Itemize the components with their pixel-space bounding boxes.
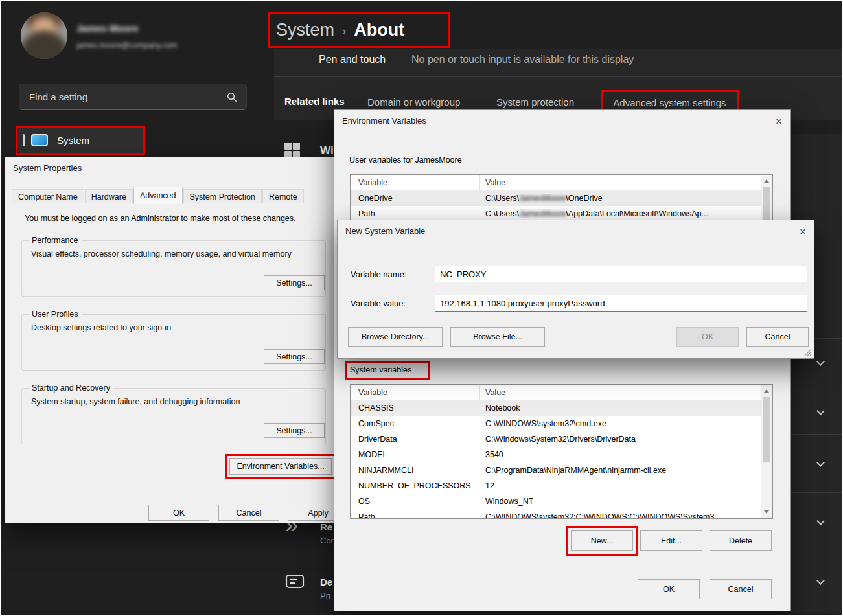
link-domain-or-workgroup[interactable]: Domain or workgroup (367, 97, 460, 108)
user-profiles-settings-button[interactable]: Settings... (264, 349, 325, 364)
value-cell: C:\WINDOWS\system32\cmd.exe (480, 419, 606, 428)
sidebar-item-system[interactable]: System (17, 128, 143, 153)
close-icon[interactable]: × (794, 223, 812, 240)
variable-cell: CHASSIS (351, 404, 480, 413)
value-cell: C:\WINDOWS\system32;C:\WINDOWS;C:\WINDOW… (480, 512, 721, 519)
delete-button[interactable]: Delete (710, 530, 772, 551)
value-blurred: JamesMoore (519, 194, 566, 203)
value-prefix: C:\Users\ (485, 194, 519, 203)
ok-button-disabled[interactable]: OK (676, 327, 739, 347)
value-cell: C:\Users\JamesMoore\OneDrive (480, 194, 603, 203)
search-input[interactable] (19, 91, 227, 102)
annotation-breadcrumb: System › About (268, 12, 450, 48)
cancel-button[interactable]: Cancel (218, 505, 279, 521)
startup-recovery-settings-button[interactable]: Settings... (264, 423, 325, 438)
user-email: james.moore@company.com (76, 41, 177, 50)
variable-value-input[interactable] (435, 295, 807, 312)
variable-value-label: Variable value: (351, 299, 406, 308)
windows-settings-screenshot: James Moore james.moore@company.com Syst… (0, 0, 843, 616)
user-variables-label: User variables for JamesMoore (349, 155, 462, 165)
system-properties-dialog: System Properties Computer Name Hardware… (5, 157, 336, 523)
tab-advanced[interactable]: Advanced (133, 187, 183, 204)
windows-logo-icon (284, 143, 300, 158)
tab-strip: Computer Name Hardware Advanced System P… (12, 187, 305, 203)
variable-name-label: Variable name: (351, 269, 406, 279)
column-header-value[interactable]: Value (480, 175, 505, 190)
env-system-row[interactable]: ComSpec C:\WINDOWS\system32\cmd.exe (351, 416, 772, 431)
scroll-up-icon[interactable] (764, 389, 769, 393)
new-button[interactable]: New... (571, 530, 633, 551)
annotation-system-item: System (16, 126, 145, 155)
env-system-row[interactable]: NUMBER_OF_PROCESSORS 12 (351, 478, 772, 494)
column-header-variable[interactable]: Variable (351, 175, 480, 190)
variable-cell: ComSpec (351, 419, 480, 428)
scrollbar[interactable] (761, 385, 772, 518)
scroll-thumb[interactable] (763, 187, 770, 221)
tab-remote[interactable]: Remote (262, 189, 304, 203)
dialog-title: Environment Variables (342, 116, 426, 126)
value-cell: C:\Windows\System32\Drivers\DriverData (480, 435, 636, 444)
env-system-row[interactable]: NINJARMMCLI C:\ProgramData\NinjaRMMAgent… (351, 462, 772, 478)
scroll-down-icon[interactable] (764, 510, 769, 514)
group-title: Performance (29, 236, 82, 245)
scroll-up-icon[interactable] (764, 179, 769, 183)
cancel-button[interactable]: Cancel (710, 579, 772, 599)
dialog-title: New System Variable (345, 226, 425, 236)
card-divider (274, 76, 843, 77)
value-cell: C:\ProgramData\NinjaRMMAgent\ninjarmm-cl… (480, 466, 666, 475)
close-icon[interactable]: × (770, 113, 788, 130)
env-system-row[interactable]: OS Windows_NT (351, 494, 772, 509)
tab-computer-name[interactable]: Computer Name (12, 189, 84, 203)
related-links-label: Related links (284, 96, 345, 107)
env-system-row[interactable]: Path C:\WINDOWS\system32;C:\WINDOWS;C:\W… (351, 509, 772, 519)
avatar[interactable] (21, 12, 67, 59)
tab-hardware[interactable]: Hardware (85, 189, 133, 203)
search-box[interactable] (19, 84, 247, 110)
group-title: Startup and Recovery (29, 383, 113, 393)
env-system-row[interactable]: CHASSIS Notebook (351, 400, 772, 416)
user-profiles-group: User Profiles Desktop settings related t… (21, 314, 326, 371)
search-icon[interactable] (227, 92, 237, 102)
group-description: Desktop settings related to your sign-in (31, 323, 171, 332)
link-advanced-system-settings[interactable]: Advanced system settings (613, 97, 726, 108)
system-monitor-icon (31, 134, 48, 146)
env-user-row[interactable]: OneDrive C:\Users\JamesMoore\OneDrive (351, 190, 772, 206)
column-header-value[interactable]: Value (480, 385, 505, 400)
cancel-button[interactable]: Cancel (746, 327, 809, 347)
breadcrumb-separator-icon: › (342, 24, 346, 38)
strip-divider (791, 434, 843, 435)
column-header-variable[interactable]: Variable (351, 385, 480, 400)
ok-button[interactable]: OK (638, 579, 700, 599)
value-blurred: JamesMoore (519, 209, 566, 218)
performance-settings-button[interactable]: Settings... (264, 275, 325, 290)
environment-variables-button[interactable]: Environment Variables... (229, 458, 332, 475)
background-card-strip (791, 134, 843, 613)
settings-row-subtitle-fragment: Pri (320, 591, 330, 600)
variable-name-input[interactable] (435, 266, 807, 282)
env-system-row[interactable]: DriverData C:\Windows\System32\Drivers\D… (351, 431, 772, 447)
new-system-variable-dialog: New System Variable × Variable name: Var… (337, 220, 814, 359)
browse-file-button[interactable]: Browse File... (450, 327, 545, 347)
dialog-title: System Properties (13, 163, 82, 173)
strip-divider (791, 551, 843, 551)
tab-system-protection[interactable]: System Protection (183, 189, 262, 203)
sidebar-item-label: System (57, 135, 89, 146)
edit-button[interactable]: Edit... (640, 530, 702, 551)
variable-cell: NUMBER_OF_PROCESSORS (351, 481, 480, 490)
breadcrumb-parent[interactable]: System (276, 20, 334, 40)
link-system-protection[interactable]: System protection (496, 97, 574, 108)
value-prefix: C:\Users\ (485, 209, 519, 218)
group-title: User Profiles (29, 310, 82, 319)
system-variables-table: Variable Value CHASSIS Notebook ComSpec … (350, 384, 773, 519)
env-system-row[interactable]: MODEL 3540 (351, 447, 772, 462)
strip-divider (791, 389, 843, 389)
group-description: System startup, system failure, and debu… (31, 397, 240, 406)
ok-button[interactable]: OK (148, 505, 209, 521)
selection-indicator (23, 134, 25, 146)
resize-grip-icon[interactable] (804, 348, 812, 356)
browse-directory-button[interactable]: Browse Directory... (348, 327, 443, 347)
strip-divider (791, 492, 843, 493)
value-cell: C:\Users\JamesMoore\AppData\Local\Micros… (480, 209, 708, 218)
windows-spec-fragment: Wi (320, 144, 334, 157)
scroll-thumb[interactable] (763, 397, 770, 462)
